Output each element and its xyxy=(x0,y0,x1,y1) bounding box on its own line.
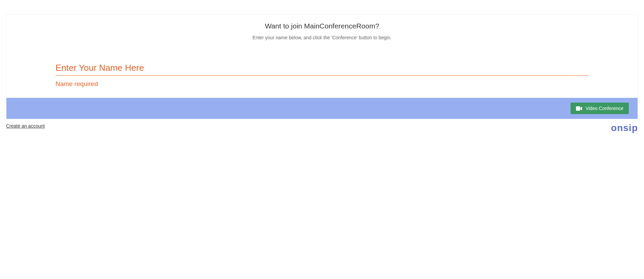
page-title: Want to join MainConferenceRoom? xyxy=(13,22,631,30)
action-bar: Video Conference xyxy=(6,98,638,119)
conference-button-label: Video Conference xyxy=(585,106,623,111)
header-section: Want to join MainConferenceRoom? Enter y… xyxy=(6,15,638,40)
page-subtitle: Enter your name below, and click the 'Co… xyxy=(13,35,631,40)
videocam-icon xyxy=(576,106,582,111)
page-footer: Create an account onsip xyxy=(6,123,638,133)
name-input[interactable] xyxy=(55,61,589,76)
form-section: Name required xyxy=(6,40,638,98)
join-conference-panel: Want to join MainConferenceRoom? Enter y… xyxy=(6,14,638,119)
name-error-message: Name required xyxy=(55,80,589,88)
video-conference-button[interactable]: Video Conference xyxy=(571,103,629,114)
svg-rect-0 xyxy=(576,106,580,111)
onsip-logo: onsip xyxy=(611,123,638,133)
create-account-link[interactable]: Create an account xyxy=(6,123,45,129)
